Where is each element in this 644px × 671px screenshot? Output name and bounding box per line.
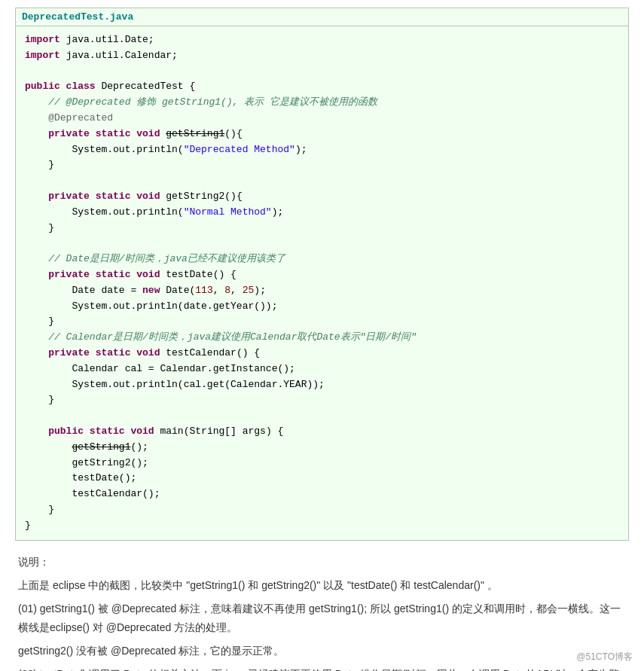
- desc-p4: (02) testDate() 调用了 Date 的相关方法，而 java 已经…: [18, 665, 626, 671]
- desc-p2: (01) getString1() 被 @Deprecated 标注，意味着建议…: [18, 599, 626, 637]
- code-content: import java.util.Date; import java.util.…: [16, 26, 628, 540]
- desc-p3: getString2() 没有被 @Deprecated 标注，它的显示正常。: [18, 642, 626, 660]
- page-container: DeprecatedTest.java import java.util.Dat…: [0, 0, 644, 671]
- desc-p1: 上面是 eclipse 中的截图，比较类中 "getString1() 和 ge…: [18, 576, 626, 595]
- desc-intro: 说明：: [18, 553, 626, 572]
- code-title: DeprecatedTest.java: [16, 8, 628, 26]
- code-block: DeprecatedTest.java import java.util.Dat…: [15, 8, 629, 541]
- description-section: 说明： 上面是 eclipse 中的截图，比较类中 "getString1() …: [15, 553, 629, 672]
- watermark: @51CTO博客: [576, 651, 633, 663]
